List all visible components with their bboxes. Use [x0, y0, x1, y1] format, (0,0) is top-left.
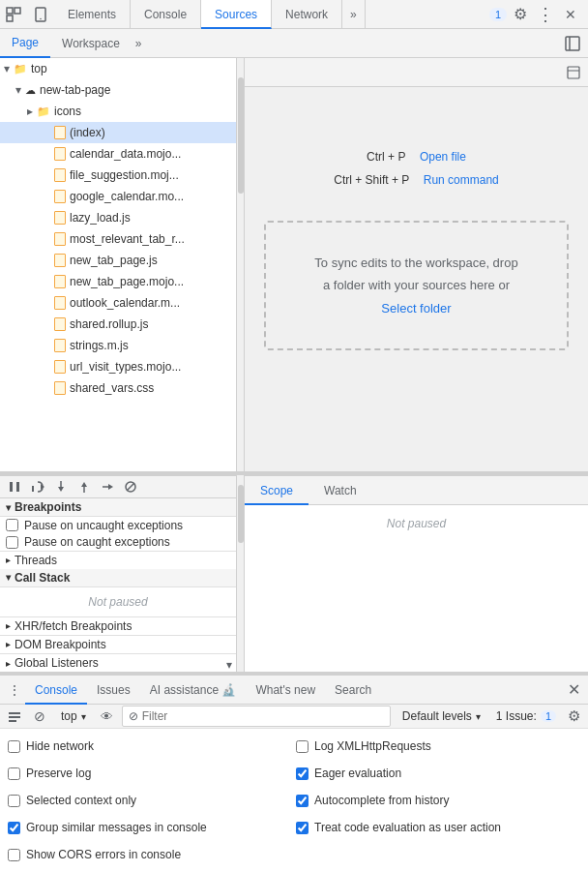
- close-console-btn[interactable]: ✕: [564, 680, 584, 699]
- step-btn[interactable]: [97, 476, 118, 497]
- pause-resume-btn[interactable]: [4, 476, 25, 497]
- tab-console[interactable]: Console: [25, 676, 87, 705]
- pause-uncaught-checkbox[interactable]: [6, 519, 18, 531]
- log-xhr-checkbox[interactable]: [296, 740, 309, 753]
- tab-search[interactable]: Search: [325, 676, 381, 705]
- source-format-icon[interactable]: [563, 62, 584, 83]
- tree-item[interactable]: strings.m.js: [0, 335, 236, 356]
- eager-eval-checkbox[interactable]: [296, 767, 309, 780]
- context-selector[interactable]: top ▾: [54, 706, 93, 727]
- tab-console[interactable]: Console: [131, 0, 201, 29]
- breakpoints-header[interactable]: ▾ Breakpoints: [0, 498, 236, 517]
- tab-watch[interactable]: Watch: [309, 476, 372, 505]
- debugger-row: ▾ Breakpoints Pause on uncaught exceptio…: [0, 475, 588, 673]
- dom-section[interactable]: ▸ DOM Breakpoints: [0, 635, 236, 653]
- more-menu-icon[interactable]: ⋮: [534, 3, 557, 26]
- tree-root[interactable]: 📁 top: [0, 58, 236, 79]
- tree-item[interactable]: shared_vars.css: [0, 377, 236, 399]
- option-selected-context: Selected context only: [8, 789, 292, 812]
- tree-item[interactable]: shared.rollup.js: [0, 314, 236, 335]
- collapse-sidebar-icon[interactable]: [561, 32, 584, 55]
- device-toolbar-icon[interactable]: [27, 0, 54, 29]
- step-into-btn[interactable]: [50, 476, 72, 497]
- option-label: Group similar messages in console: [26, 821, 207, 834]
- treat-code-eval-checkbox[interactable]: [296, 822, 309, 834]
- show-cors-checkbox[interactable]: [8, 849, 20, 861]
- step-over-btn[interactable]: [27, 476, 48, 497]
- autocomplete-history-checkbox[interactable]: [296, 795, 309, 807]
- tree-item[interactable]: lazy_load.js: [0, 207, 236, 228]
- main-source-area: Ctrl + P Open file Ctrl + Shift + P Run …: [245, 58, 588, 471]
- pause-uncaught-label: Pause on uncaught exceptions: [24, 519, 183, 532]
- xhr-section[interactable]: ▸ XHR/fetch Breakpoints: [0, 616, 236, 635]
- eye-icon-btn[interactable]: 👁: [97, 706, 118, 727]
- tree-item-label: icons: [54, 105, 81, 118]
- tab-workspace[interactable]: Workspace: [50, 29, 132, 58]
- sources-tab-more[interactable]: »: [132, 37, 146, 50]
- tree-item[interactable]: file_suggestion.moj...: [0, 165, 236, 186]
- threads-section[interactable]: ▸ Threads: [0, 551, 236, 569]
- option-log-xhr: Log XMLHttpRequests: [296, 735, 580, 758]
- filter-input[interactable]: [142, 709, 384, 723]
- tree-item[interactable]: most_relevant_tab_r...: [0, 228, 236, 250]
- hide-network-checkbox[interactable]: [8, 740, 20, 753]
- select-folder-link[interactable]: Select folder: [381, 301, 451, 316]
- tree-item[interactable]: url_visit_types.mojo...: [0, 356, 236, 377]
- option-preserve-log: Preserve log: [8, 762, 292, 785]
- tree-item-index[interactable]: (index): [0, 122, 236, 143]
- file-icon: [54, 147, 66, 161]
- tree-item[interactable]: calendar_data.mojo...: [0, 143, 236, 165]
- console-panel: ⋮ Console Issues AI assistance 🔬 What's …: [0, 674, 588, 872]
- deactivate-breakpoints-btn[interactable]: [120, 476, 141, 497]
- global-section[interactable]: ▸ Global Listeners ▾: [0, 653, 236, 672]
- tab-whats-new[interactable]: What's new: [246, 676, 325, 705]
- pause-caught-checkbox[interactable]: [6, 536, 18, 549]
- file-tree-scrollbar[interactable]: [237, 58, 245, 471]
- step-out-btn[interactable]: [74, 476, 95, 497]
- call-stack-header[interactable]: ▾ Call Stack: [0, 569, 236, 587]
- option-treat-code-eval: Treat code evaluation as user action: [296, 816, 580, 839]
- tree-item-label: new-tab-page: [40, 83, 110, 97]
- workspace-drop-area[interactable]: To sync edits to the workspace, drop a f…: [264, 221, 568, 350]
- open-file-link[interactable]: Open file: [420, 150, 466, 164]
- inspect-icon[interactable]: [0, 0, 27, 29]
- settings-icon[interactable]: ⚙: [509, 3, 532, 26]
- drop-text-line1: To sync edits to the workspace, drop: [314, 252, 517, 274]
- run-command-key: Ctrl + Shift + P: [334, 173, 409, 187]
- pause-caught-item: Pause on caught exceptions: [0, 534, 236, 551]
- tree-item[interactable]: google_calendar.mo...: [0, 186, 236, 207]
- tab-ai-assistance[interactable]: AI assistance 🔬: [140, 676, 247, 705]
- tree-item[interactable]: ☁ new-tab-page: [0, 79, 236, 101]
- sources-tab-bar: Page Workspace »: [0, 29, 588, 58]
- selected-context-checkbox[interactable]: [8, 795, 20, 807]
- block-console-btn[interactable]: ⊘: [29, 706, 50, 727]
- console-options-icon[interactable]: ⋮: [4, 679, 25, 701]
- tab-network[interactable]: Network: [272, 0, 342, 29]
- tab-more[interactable]: »: [342, 0, 366, 29]
- global-label: Global Listeners: [15, 656, 99, 670]
- default-levels-btn[interactable]: Default levels ▾: [395, 706, 488, 727]
- tab-page[interactable]: Page: [0, 29, 50, 58]
- tab-scope[interactable]: Scope: [245, 476, 309, 505]
- tree-item[interactable]: new_tab_page.mojo...: [0, 271, 236, 292]
- tab-issues[interactable]: Issues: [87, 676, 140, 705]
- group-similar-checkbox[interactable]: [8, 822, 20, 834]
- issue-count[interactable]: 1 Issue: 1: [492, 709, 560, 723]
- tree-item[interactable]: 📁 icons: [0, 101, 236, 122]
- tree-item[interactable]: new_tab_page.js: [0, 250, 236, 271]
- run-command-link[interactable]: Run command: [424, 173, 499, 187]
- svg-rect-5: [566, 37, 579, 50]
- clear-console-btn[interactable]: [4, 706, 25, 727]
- context-arrow: ▾: [81, 711, 86, 722]
- close-devtools-icon[interactable]: ✕: [559, 3, 582, 26]
- issue-count-badge[interactable]: 1: [489, 8, 507, 21]
- scope-tab-bar: Scope Watch: [245, 476, 588, 505]
- preserve-log-checkbox[interactable]: [8, 767, 20, 780]
- lower-left-scrollbar[interactable]: [237, 475, 245, 673]
- console-settings-btn[interactable]: ⚙: [564, 707, 584, 725]
- tree-item-label: most_relevant_tab_r...: [70, 232, 185, 246]
- tab-sources[interactable]: Sources: [201, 0, 272, 29]
- tree-item[interactable]: outlook_calendar.m...: [0, 292, 236, 314]
- call-stack-not-paused: Not paused: [0, 587, 236, 616]
- tab-elements[interactable]: Elements: [54, 0, 131, 29]
